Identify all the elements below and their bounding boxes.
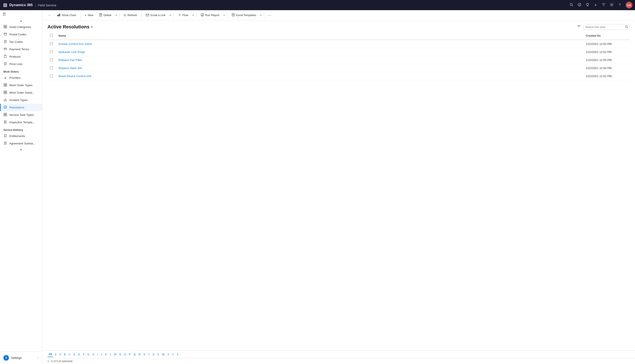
filter-icon[interactable] [601, 3, 606, 8]
svg-rect-0 [4, 4, 5, 4]
delete-button[interactable]: Delete [97, 12, 114, 18]
row-checkbox[interactable] [50, 74, 53, 77]
alpha-letter-u[interactable]: U [151, 352, 156, 357]
alpha-letter-t[interactable]: T [147, 352, 151, 357]
alpha-letter-all[interactable]: All [48, 352, 53, 357]
sidebar-item-inspection-templates[interactable]: Inspection Templa... [0, 118, 42, 126]
view-filter-icon[interactable] [576, 24, 582, 30]
sidebar-item-asset-categories[interactable]: Asset Categories [0, 23, 42, 31]
alpha-letter-#[interactable]: # [54, 352, 58, 357]
th-created-sort-desc[interactable]: ↓ [602, 35, 603, 37]
sidebar-item-resolutions[interactable]: Resolutions [0, 104, 42, 111]
th-name-sort-desc[interactable]: ↓ [69, 35, 70, 37]
sidebar-item-price-lists[interactable]: Price Lists [0, 60, 42, 68]
run-report-chevron[interactable]: ▾ [223, 14, 225, 16]
sidebar-item-tax-codes[interactable]: Tax Codes [0, 38, 42, 46]
alpha-letter-h[interactable]: H [91, 352, 96, 357]
grid-nav-icon[interactable] [3, 2, 8, 8]
alpha-letter-f[interactable]: F [82, 352, 86, 357]
plus-icon[interactable]: + [593, 3, 598, 8]
sidebar-settings-item[interactable]: S Settings ◇ [0, 354, 42, 362]
row-name-link[interactable]: Hydraulic Line Purge [59, 50, 85, 54]
sidebar-item-payment-terms[interactable]: Payment Terms [0, 46, 42, 53]
alpha-letter-b[interactable]: B [63, 352, 67, 357]
lightbulb-icon[interactable] [585, 3, 590, 8]
alpha-letter-a[interactable]: A [58, 352, 62, 357]
alpha-letter-o[interactable]: O [123, 352, 127, 357]
alpha-letter-n[interactable]: N [118, 352, 123, 357]
delete-chevron[interactable]: ▾ [115, 14, 118, 16]
question-icon[interactable]: ? [618, 3, 622, 7]
table-row: Grease Control Arm Joints 1/22/2021 12:5… [48, 40, 630, 48]
alpha-letter-y[interactable]: Y [171, 352, 175, 357]
alpha-letter-c[interactable]: C [67, 352, 72, 357]
row-checkbox[interactable] [50, 58, 53, 61]
header-checkbox[interactable] [50, 34, 53, 37]
user-avatar[interactable]: UA [626, 2, 632, 8]
email-link-button[interactable]: Email a Link [143, 12, 168, 18]
alpha-letter-j[interactable]: J [100, 352, 103, 357]
row-name-link[interactable]: Grease Control Arm Joints [59, 42, 92, 46]
sidebar-item-work-order-types[interactable]: Work Order Types [0, 82, 42, 89]
alpha-letter-x[interactable]: X [166, 352, 170, 357]
alpha-letter-s[interactable]: S [142, 352, 146, 357]
flow-button[interactable]: Flow [175, 12, 191, 18]
row-checkbox-cell [48, 48, 56, 56]
alpha-letter-g[interactable]: G [86, 352, 91, 357]
alpha-letter-m[interactable]: M [113, 352, 118, 357]
alpha-letter-l[interactable]: L [109, 352, 113, 357]
row-created-cell: 1/22/2021 12:55 PM [583, 56, 630, 64]
main-layout: ☰ ▲ Asset Categories Postal Codes Tax Co… [0, 10, 635, 364]
table-header-row: Name ↑ ↓ Created On ↓ [48, 32, 630, 40]
view-title-chevron[interactable]: ▾ [91, 25, 93, 28]
email-link-label: Email a Link [150, 14, 166, 17]
back-button[interactable]: ← [46, 12, 54, 18]
sidebar-item-postal-codes[interactable]: Postal Codes [0, 31, 42, 38]
sidebar-item-entitlements[interactable]: Entitlements [0, 132, 42, 140]
alpha-letter-r[interactable]: R [137, 352, 142, 357]
sidebar-item-work-order-subst[interactable]: Work Order Subst... [0, 89, 42, 96]
search-input[interactable] [585, 26, 624, 28]
excel-templates-button[interactable]: Excel Templates [229, 12, 259, 18]
alpha-letter-q[interactable]: Q [132, 352, 137, 357]
alpha-letter-i[interactable]: I [96, 352, 99, 357]
sidebar-item-products[interactable]: Products [0, 53, 42, 60]
sidebar-scroll-up[interactable]: ▲ [0, 18, 42, 23]
alpha-letter-v[interactable]: V [156, 352, 160, 357]
alpha-letter-k[interactable]: K [104, 352, 108, 357]
run-report-button[interactable]: Run Report [198, 12, 222, 18]
sidebar-item-agreement-substa[interactable]: Agreement Substa... [0, 140, 42, 147]
search-icon[interactable] [625, 25, 628, 29]
row-checkbox[interactable] [50, 50, 53, 53]
alpha-letter-w[interactable]: W [161, 352, 166, 357]
settings-icon[interactable] [609, 3, 614, 8]
new-button[interactable]: + New [82, 12, 96, 18]
row-checkbox[interactable] [50, 66, 53, 69]
more-options-icon[interactable]: ⋯ [266, 12, 273, 19]
alpha-letter-e[interactable]: E [77, 352, 81, 357]
sidebar-scroll-down[interactable]: ▼ [0, 147, 42, 152]
th-name-sort-asc[interactable]: ↑ [68, 35, 69, 37]
alpha-letter-d[interactable]: D [72, 352, 77, 357]
sidebar-item-service-task-types[interactable]: Service Task Types [0, 111, 42, 118]
view-title-row: Active Resolutions ▾ [48, 24, 93, 30]
view-header: Active Resolutions ▾ [42, 20, 635, 32]
excel-templates-chevron[interactable]: ▾ [260, 14, 262, 16]
row-name-link[interactable]: Replace Pan Filter [59, 58, 82, 62]
run-report-icon [201, 13, 204, 17]
flow-chevron[interactable]: ▾ [192, 14, 195, 16]
hamburger-icon[interactable]: ☰ [3, 12, 6, 16]
row-name-link[interactable]: Replace Valve Set [59, 66, 82, 70]
alpha-letter-z[interactable]: Z [175, 352, 180, 357]
work-orders-section-label: Work Orders [0, 68, 42, 74]
show-chart-button[interactable]: Show Chart [55, 12, 79, 18]
search-nav-icon[interactable] [569, 3, 573, 8]
circle-check-icon[interactable] [577, 3, 582, 8]
row-name-link[interactable]: Reset Device Control Unit [59, 74, 91, 78]
sidebar-item-incident-types[interactable]: Incident Types [0, 96, 42, 104]
sidebar-item-priorities[interactable]: Priorities [0, 74, 42, 82]
refresh-button[interactable]: ↻ Refresh [121, 12, 140, 18]
row-checkbox[interactable] [50, 42, 53, 45]
alpha-letter-p[interactable]: P [128, 352, 132, 357]
email-link-chevron[interactable]: ▾ [169, 14, 172, 16]
